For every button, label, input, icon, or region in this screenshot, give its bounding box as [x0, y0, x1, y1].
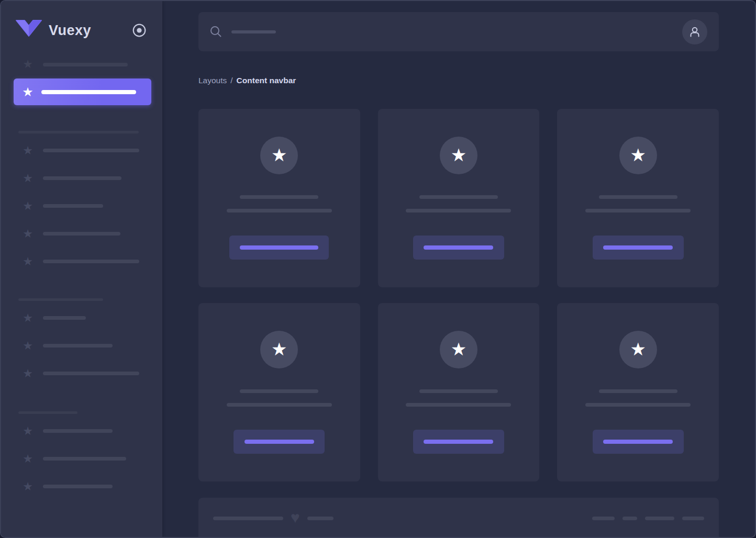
skeleton-label-bar [43, 63, 128, 66]
star-icon: ★ [21, 340, 34, 352]
brand-title: Vuexy [49, 23, 91, 39]
star-icon: ★ [21, 368, 34, 379]
skeleton-label-bar [43, 316, 86, 320]
button-label-bar [244, 440, 314, 444]
section-header-skeleton [18, 298, 103, 301]
heart-icon: ♥ [291, 510, 300, 527]
text-line-skeleton [406, 403, 511, 407]
sidebar: Vuexy ★ ★ ★ ★ [1, 1, 162, 537]
section-header-skeleton [18, 131, 139, 133]
sidebar-item-skeleton[interactable]: ★ [14, 473, 151, 500]
text-line-skeleton [419, 195, 498, 199]
star-badge: ★ [440, 331, 477, 368]
star-icon: ★ [21, 173, 34, 184]
sidebar-item-skeleton[interactable]: ★ [14, 164, 151, 192]
skeleton-label-bar [43, 429, 113, 433]
skeleton-label-bar [43, 260, 139, 263]
star-icon: ★ [21, 86, 34, 98]
search-input[interactable] [210, 12, 682, 51]
text-line-skeleton [227, 403, 332, 407]
search-placeholder-bar [231, 30, 276, 33]
star-icon: ★ [451, 146, 466, 165]
main-content: Layouts / Content navbar ★ ★ [162, 1, 755, 537]
button-placeholder[interactable] [593, 430, 684, 454]
button-placeholder[interactable] [413, 236, 504, 260]
skeleton-label-bar [43, 344, 113, 348]
text-line-skeleton [240, 195, 318, 199]
star-icon: ★ [451, 340, 466, 360]
sidebar-item-skeleton[interactable]: ★ [14, 51, 151, 78]
placeholder-card: ★ [198, 109, 360, 287]
star-badge: ★ [619, 137, 657, 174]
app-window: Vuexy ★ ★ ★ ★ [0, 0, 756, 538]
skeleton-label-bar [43, 149, 139, 152]
star-icon: ★ [271, 146, 287, 165]
sidebar-item-skeleton[interactable]: ★ [14, 417, 151, 445]
footer-card: ♥ [198, 498, 719, 538]
star-icon: ★ [21, 312, 34, 324]
star-badge: ★ [260, 331, 298, 368]
button-placeholder[interactable] [234, 430, 325, 454]
search-icon [210, 26, 222, 38]
footer-link-skeleton [622, 517, 637, 520]
sidebar-item-skeleton[interactable]: ★ [14, 445, 151, 473]
text-line-skeleton [585, 209, 691, 212]
star-icon: ★ [630, 146, 646, 165]
star-icon: ★ [21, 481, 34, 492]
footer-link-skeleton [592, 517, 615, 520]
breadcrumb-separator: / [230, 76, 232, 85]
footer-left-group: ♥ [213, 510, 333, 527]
star-icon: ★ [21, 256, 34, 267]
text-line-skeleton [585, 403, 691, 407]
star-icon: ★ [630, 340, 646, 360]
sidebar-item-skeleton[interactable]: ★ [14, 360, 151, 387]
vuexy-logo-icon [16, 20, 42, 41]
sidebar-item-skeleton[interactable]: ★ [14, 137, 151, 164]
placeholder-card: ★ [557, 303, 719, 481]
person-icon [688, 25, 702, 39]
star-icon: ★ [21, 145, 34, 156]
star-badge: ★ [260, 137, 298, 174]
placeholder-card: ★ [378, 303, 540, 481]
star-badge: ★ [619, 331, 657, 368]
breadcrumb: Layouts / Content navbar [198, 75, 719, 86]
skeleton-label-bar [41, 90, 136, 94]
skeleton-label-bar [43, 176, 121, 180]
menu-pin-toggle[interactable] [132, 23, 147, 38]
button-label-bar [424, 440, 493, 444]
brand[interactable]: Vuexy [16, 17, 154, 44]
placeholder-card: ★ [557, 109, 719, 287]
button-placeholder[interactable] [413, 430, 504, 454]
breadcrumb-link-layouts[interactable]: Layouts [198, 76, 227, 85]
button-placeholder[interactable] [229, 236, 329, 260]
skeleton-label-bar [43, 372, 139, 375]
star-icon: ★ [21, 228, 34, 240]
text-line-skeleton [240, 389, 318, 393]
star-icon: ★ [271, 340, 287, 360]
avatar-button[interactable] [682, 19, 707, 44]
star-badge: ★ [440, 137, 477, 174]
text-line-skeleton [599, 195, 677, 199]
star-icon: ★ [21, 425, 34, 437]
section-header-skeleton [18, 411, 77, 414]
sidebar-item-skeleton[interactable]: ★ [14, 304, 151, 332]
radio-circle-icon [132, 23, 147, 38]
text-line-skeleton [419, 389, 498, 393]
skeleton-label-bar [43, 485, 113, 488]
text-line-skeleton [599, 389, 677, 393]
sidebar-item-skeleton[interactable]: ★ [14, 332, 151, 360]
button-label-bar [603, 440, 673, 444]
sidebar-item-skeleton[interactable]: ★ [14, 192, 151, 220]
sidebar-item-active[interactable]: ★ [14, 79, 151, 105]
footer-text-skeleton [213, 517, 283, 520]
sidebar-item-skeleton[interactable]: ★ [14, 220, 151, 248]
footer-link-skeleton [682, 517, 704, 520]
button-placeholder[interactable] [593, 236, 684, 260]
button-label-bar [424, 245, 493, 250]
button-label-bar [240, 245, 318, 250]
skeleton-label-bar [43, 232, 120, 236]
text-line-skeleton [227, 209, 332, 212]
sidebar-item-skeleton[interactable]: ★ [14, 248, 151, 275]
button-label-bar [603, 245, 673, 250]
placeholder-card: ★ [378, 109, 540, 287]
